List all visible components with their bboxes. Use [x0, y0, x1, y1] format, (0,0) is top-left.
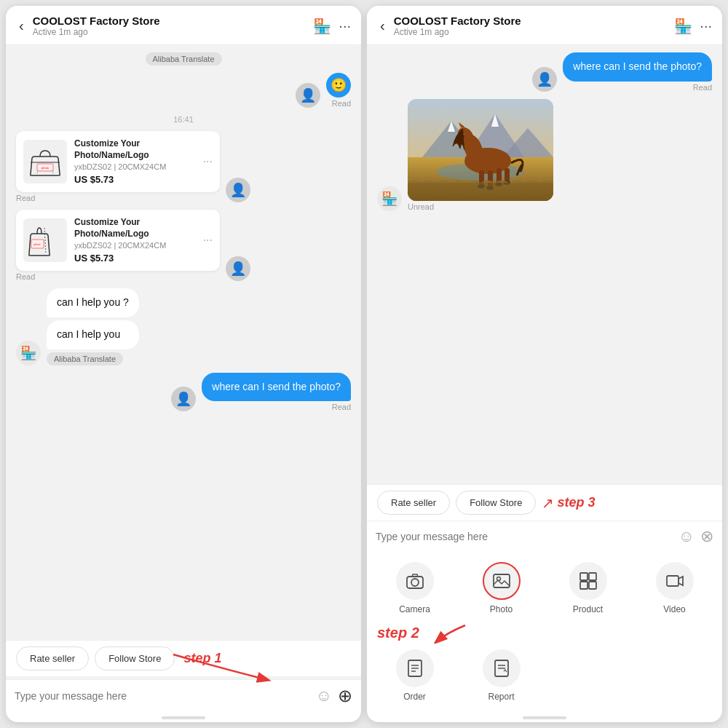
svg-text:photo: photo [41, 166, 50, 170]
right-header: ‹ COOLOST Factory Store Active 1m ago 🏪 … [367, 6, 722, 45]
left-panel: ‹ COOLOST Factory Store Active 1m ago 🏪 … [6, 6, 361, 722]
left-seller-avatar3: 🏪 [16, 341, 41, 365]
right-camera-icon-wrap [396, 562, 434, 600]
svg-point-30 [411, 579, 419, 586]
left-read4: Read [332, 403, 351, 411]
right-read-label: Read [693, 83, 712, 92]
left-user-avatar3: 👤 [171, 387, 196, 411]
svg-rect-36 [589, 582, 596, 589]
right-back-button[interactable]: ‹ [377, 16, 388, 36]
left-user-bubble-wrap: where can I send the photo? Read [202, 373, 351, 412]
right-report-label: Report [488, 692, 514, 702]
left-header: ‹ COOLOST Factory Store Active 1m ago 🏪 … [6, 6, 361, 45]
left-read2: Read [16, 194, 220, 202]
right-message-input[interactable] [376, 531, 673, 542]
right-close-icon[interactable]: ⊗ [700, 527, 713, 546]
left-more-icon[interactable]: ··· [339, 17, 351, 34]
left-plus-icon[interactable]: ⊕ [338, 686, 352, 706]
left-product-card2[interactable]: photo Customize Your Photo/Name/Logo yxb… [16, 210, 220, 271]
left-back-button[interactable]: ‹ [16, 16, 27, 36]
left-step1-annotation: step 1 [183, 646, 221, 670]
right-step2-area: step 2 [367, 622, 722, 646]
right-order-label: Order [403, 692, 426, 702]
svg-rect-23 [505, 168, 510, 183]
left-message-input[interactable] [15, 690, 310, 702]
left-product-price2: US $5.73 [74, 253, 196, 264]
right-store-icon[interactable]: 🏪 [674, 17, 692, 35]
right-user-bubble: where can I send the photo? [563, 52, 712, 82]
right-video-label: Video [663, 604, 685, 614]
right-media-product[interactable]: Product [547, 562, 628, 614]
svg-text:photo: photo [34, 243, 41, 246]
left-step1-arrow-area [6, 676, 361, 679]
right-store-name: COOLOST Factory Store [394, 15, 669, 27]
svg-rect-28 [408, 183, 553, 201]
right-step2-label: step 2 [377, 625, 419, 641]
right-emoji-input-icon[interactable]: ☺ [678, 527, 695, 546]
left-translate-badge: Alibaba Translate [146, 52, 222, 66]
left-read1: Read [332, 99, 351, 108]
left-seller-avatar2: 👤 [226, 256, 250, 281]
right-user-avatar: 👤 [532, 67, 557, 92]
right-more-icon[interactable]: ··· [700, 17, 712, 34]
left-product-more1[interactable]: ··· [203, 155, 213, 168]
right-header-icons: 🏪 ··· [674, 17, 712, 35]
right-product-icon-wrap [569, 562, 607, 600]
right-user-bubble-wrap: where can I send the photo? Read [563, 52, 712, 92]
left-product-card1[interactable]: photo Customize Your Photo/Name/Logo yxb… [16, 131, 220, 192]
left-emoji-input-icon[interactable]: ☺ [316, 687, 332, 705]
left-read3: Read [16, 272, 220, 281]
left-user-avatar: 🙂 [326, 73, 351, 98]
left-action-bar: Rate seller Follow Store step 1 [6, 640, 361, 676]
svg-rect-37 [667, 576, 678, 586]
right-media-camera[interactable]: Camera [374, 562, 455, 614]
left-product-img1: photo [23, 140, 67, 183]
left-store-icon[interactable]: 🏪 [313, 17, 331, 35]
left-seller-avatar1: 👤 [226, 178, 250, 202]
right-user-msg-row: where can I send the photo? Read 👤 [377, 52, 712, 92]
right-divider [523, 716, 566, 719]
right-follow-store-button[interactable]: Follow Store [456, 491, 536, 515]
svg-rect-33 [580, 573, 587, 580]
left-seller-bubble-wrap: can I help you ? can I help you Alibaba … [47, 288, 139, 365]
left-header-icons: 🏪 ··· [313, 17, 351, 35]
right-media-order[interactable]: Order [374, 649, 455, 702]
right-header-info: COOLOST Factory Store Active 1m ago [394, 15, 669, 37]
right-media-toolbar: Camera Photo Product [367, 552, 722, 622]
right-active-status: Active 1m ago [394, 27, 669, 37]
left-step1-label: step 1 [183, 651, 221, 666]
left-emoji-msg-row: 🙂 Read 👤 [16, 73, 351, 108]
left-product-name2: Customize Your Photo/Name/Logo [74, 217, 196, 240]
right-step3-annotation: ↗ step 3 [542, 491, 595, 515]
right-media-photo[interactable]: Photo [461, 562, 542, 614]
product-icon [579, 571, 598, 590]
svg-rect-34 [589, 573, 596, 580]
step2-arrow [425, 622, 469, 644]
left-user-msg-row: where can I send the photo? Read 👤 [16, 373, 351, 412]
left-follow-store-button[interactable]: Follow Store [95, 646, 175, 670]
left-product1-row: photo Customize Your Photo/Name/Logo yxb… [16, 131, 351, 202]
right-action-bar: Rate seller Follow Store ↗ step 3 [367, 484, 722, 521]
left-rate-seller-button[interactable]: Rate seller [16, 646, 89, 670]
right-product-label: Product [573, 604, 603, 614]
left-store-name: COOLOST Factory Store [33, 15, 308, 27]
left-seller-msg-row: 🏪 can I help you ? can I help you Alibab… [16, 288, 351, 365]
svg-rect-31 [494, 574, 510, 587]
right-chat-area: where can I send the photo? Read 👤 🏪 [367, 45, 722, 484]
video-icon [665, 571, 684, 590]
left-product-sku1: yxbDZS02 | 20CMX24CM [74, 162, 196, 171]
right-report-icon-wrap [483, 649, 521, 687]
right-seller-avatar: 🏪 [377, 186, 402, 211]
left-product-more2[interactable]: ··· [203, 234, 213, 247]
left-chat-area: Alibaba Translate 🙂 Read 👤 16:41 [6, 45, 361, 640]
right-horse-msg-row: 🏪 [377, 99, 712, 211]
svg-rect-35 [580, 582, 587, 589]
right-media-video[interactable]: Video [634, 562, 715, 614]
right-media-report[interactable]: Report [461, 649, 542, 702]
left-product1-wrap: photo Customize Your Photo/Name/Logo yxb… [16, 131, 220, 202]
left-user-avatar2: 👤 [296, 83, 320, 108]
right-panel: ‹ COOLOST Factory Store Active 1m ago 🏪 … [367, 6, 722, 722]
left-seller-bubble1: can I help you ? [47, 288, 139, 317]
right-rate-seller-button[interactable]: Rate seller [377, 491, 450, 515]
left-active-status: Active 1m ago [33, 27, 308, 37]
